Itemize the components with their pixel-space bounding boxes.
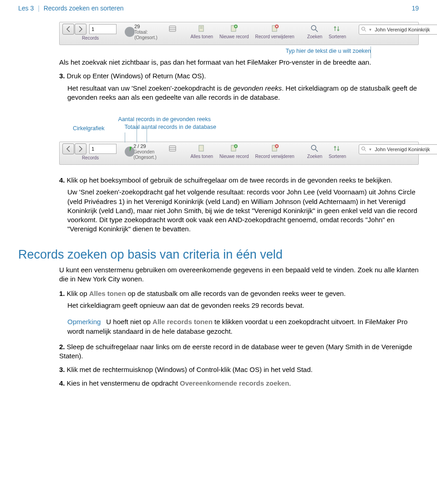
step-3: 3.Druk op Enter (Windows) of Return (Mac… — [59, 71, 419, 102]
s2-step-1: 1.Klik op Alles tonen op de statusbalk o… — [59, 289, 419, 336]
page-header: Les 3 | Records zoeken en sorteren 19 — [18, 5, 419, 12]
lesson-label: Les 3 — [18, 5, 34, 12]
callout-aantal: Aantal records in de gevonden reeks — [118, 116, 216, 122]
svg-line-25 — [365, 150, 366, 151]
total-count: 29 — [134, 24, 160, 29]
pie-chart-icon — [125, 27, 132, 37]
status-toolbar-2: Records 2 / 29 Gevonden (Ongesort.) Alle… — [59, 142, 419, 165]
layout-button[interactable] — [167, 24, 178, 39]
record-number-input[interactable] — [89, 144, 117, 154]
dropdown-icon[interactable]: ▼ — [368, 28, 372, 32]
svg-rect-17 — [199, 145, 203, 151]
section-heading: Records zoeken op basis van criteria in … — [18, 248, 419, 262]
svg-line-23 — [315, 149, 318, 152]
section-intro: U kunt een venstermenu gebruiken om over… — [59, 265, 419, 284]
svg-line-11 — [315, 30, 318, 32]
next-record-button[interactable] — [75, 143, 86, 154]
layout-button[interactable] — [167, 143, 178, 159]
status-toolbar-1: Records 29 Totaal: (Ongesort.) Alles ton… — [59, 22, 419, 45]
prev-record-button[interactable] — [62, 24, 74, 35]
new-record-button[interactable]: Nieuwe record — [219, 24, 249, 39]
show-all-button[interactable]: Alles tonen — [191, 24, 213, 39]
step-4-explanation: Uw 'Snel zoeken'-zoekopdracht gaf het vo… — [67, 188, 419, 234]
quick-search-input[interactable] — [374, 26, 437, 33]
intro-paragraph: Als het zoekvak niet zichtbaar is, pas d… — [59, 58, 419, 67]
pie-chart-icon[interactable] — [125, 147, 131, 157]
prev-record-button[interactable] — [62, 143, 74, 154]
next-record-button[interactable] — [75, 24, 86, 35]
found-status: Gevonden (Ongesort.) — [133, 149, 157, 160]
svg-point-22 — [311, 145, 316, 150]
sort-button[interactable]: Sorteren — [329, 143, 346, 159]
delete-record-button[interactable]: Record verwijderen — [255, 24, 295, 39]
found-count: 2 / 29 — [133, 143, 160, 149]
callout-cirkel: Cirkelgrafiek — [73, 118, 104, 132]
records-label: Records — [82, 155, 99, 160]
s2-step-3: 3.Klik met de rechtermuisknop (Windows) … — [59, 365, 419, 374]
search-button[interactable]: Zoeken — [307, 24, 322, 39]
search-callout-label: Typ hier de tekst die u wilt zoeken — [18, 48, 371, 54]
callout-totaal: Totaal aantal records in de database — [124, 124, 216, 130]
svg-point-12 — [362, 27, 365, 31]
svg-point-24 — [362, 147, 365, 150]
sort-button[interactable]: Sorteren — [329, 24, 346, 39]
step-4: 4.Klik op het boeksymbool of gebruik de … — [59, 176, 419, 234]
note-label: Opmerking — [67, 318, 101, 326]
svg-rect-14 — [169, 146, 176, 151]
svg-point-10 — [311, 25, 316, 30]
record-number-input[interactable] — [89, 24, 117, 34]
s2-step-2: 2.Sleep de schuifregelaar naar links om … — [59, 342, 419, 361]
svg-line-13 — [365, 30, 366, 31]
search-icon — [361, 146, 366, 153]
show-all-button[interactable]: Alles tonen — [191, 143, 213, 159]
dropdown-icon[interactable]: ▼ — [368, 148, 372, 152]
sort-status: Totaal: (Ongesort.) — [134, 30, 158, 40]
chapter-title: Records zoeken en sorteren — [44, 5, 124, 12]
quick-search-field[interactable]: ▼ — [359, 25, 437, 35]
quick-search-field[interactable]: ▼ — [359, 144, 437, 154]
search-icon — [361, 26, 366, 33]
page-number: 19 — [412, 5, 419, 12]
new-record-button[interactable]: Nieuwe record — [219, 143, 249, 159]
step-3-explanation: Het resultaat van uw 'Snel zoeken'-zoeko… — [67, 84, 419, 102]
search-button[interactable]: Zoeken — [307, 143, 322, 159]
note-block: OpmerkingU hoeft niet op Alle records to… — [67, 317, 419, 336]
delete-record-button[interactable]: Record verwijderen — [255, 143, 295, 159]
records-label: Records — [82, 36, 99, 41]
s2-step-4: 4.Kies in het venstermenu de opdracht Ov… — [59, 379, 419, 388]
quick-search-input[interactable] — [374, 146, 437, 153]
header-separator: | — [38, 5, 40, 12]
s2-step-1-sub: Het cirkeldiagram geeft opnieuw aan dat … — [67, 301, 419, 310]
svg-rect-0 — [169, 26, 176, 31]
pie-callouts: Cirkelgrafiek Aantal records in de gevon… — [73, 115, 419, 132]
